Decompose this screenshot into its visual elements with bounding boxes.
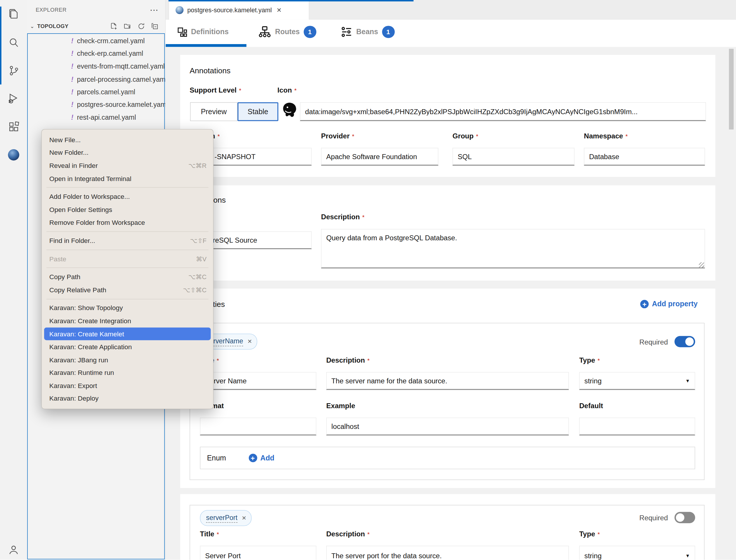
menu-paste[interactable]: Paste⌘V <box>42 252 213 265</box>
serverport-chip[interactable]: serverPort ✕ <box>200 510 252 526</box>
stable-button[interactable]: Stable <box>237 102 278 121</box>
prop2-description-input[interactable] <box>326 546 569 560</box>
tab-title: postgres-source.kamelet.yaml <box>187 6 271 13</box>
menu-remove-folder-from-workspace[interactable]: Remove Folder from Workspace <box>42 216 213 229</box>
explorer-context-menu: New File... New Folder... Reveal in Find… <box>41 129 213 409</box>
prop1-default-label: Default <box>579 402 603 410</box>
beans-badge: 1 <box>382 26 394 38</box>
provider-input[interactable] <box>321 148 439 166</box>
collapse-all-icon[interactable] <box>151 22 159 30</box>
required-asterisk: * <box>362 213 364 220</box>
editor-tab-bar: postgres-source.kamelet.yaml ✕ <box>166 0 736 20</box>
karavan-icon[interactable] <box>7 148 20 161</box>
description-textarea[interactable]: Query data from a PostgreSQL Database. <box>321 229 705 268</box>
menu-separator <box>46 268 208 268</box>
annotations-heading: Annotations <box>189 66 230 75</box>
textarea-resize-grip[interactable] <box>699 262 704 267</box>
warning-marker: ! <box>69 101 76 108</box>
tab-beans[interactable]: Beans 1 <box>341 20 395 44</box>
prop2-title-input[interactable] <box>200 546 316 560</box>
preview-button[interactable]: Preview <box>190 102 237 121</box>
menu-separator <box>46 187 208 188</box>
extensions-icon[interactable] <box>7 120 20 133</box>
prop1-format-input[interactable] <box>200 418 316 435</box>
required-asterisk: * <box>239 87 241 94</box>
required-asterisk: * <box>598 531 600 538</box>
shortcut: ⌥⇧F <box>190 237 206 245</box>
prop1-type-label: Type* <box>579 356 600 365</box>
namespace-label: Namespace* <box>584 132 628 140</box>
property-card-servername: serverName ✕ Required Title* Description… <box>189 323 704 480</box>
menu-add-folder-to-workspace[interactable]: Add Folder to Workspace... <box>42 190 213 203</box>
menu-karavan-create-kamelet[interactable]: Karavan: Create Kamelet <box>44 327 211 340</box>
more-actions-icon[interactable]: ··· <box>150 6 159 14</box>
tab-definitions[interactable]: Definitions <box>177 20 228 44</box>
menu-copy-relative-path[interactable]: Copy Relative Path⌥⇧⌘C <box>42 284 213 296</box>
required-asterisk: * <box>598 357 600 364</box>
warning-marker: ! <box>69 37 76 44</box>
karavan-logo <box>8 149 19 161</box>
menu-find-in-folder[interactable]: Find in Folder...⌥⇧F <box>42 234 213 247</box>
menu-karavan-export[interactable]: Karavan: Export <box>42 379 213 392</box>
required-label: Required <box>639 514 668 521</box>
group-input[interactable] <box>453 148 575 166</box>
close-icon[interactable]: ✕ <box>276 6 282 13</box>
chevron-down-icon[interactable]: ⌄ <box>30 23 34 29</box>
new-file-icon[interactable] <box>110 22 117 30</box>
prop1-default-input[interactable] <box>579 418 695 435</box>
warning-marker: ! <box>69 50 76 57</box>
remove-chip-icon[interactable]: ✕ <box>247 338 252 345</box>
refresh-icon[interactable] <box>137 22 145 30</box>
menu-karavan-create-integration[interactable]: Karavan: Create Integration <box>42 314 213 327</box>
active-view-indicator <box>0 6 1 84</box>
required-asterisk: * <box>625 133 628 140</box>
tab-routes[interactable]: Routes 1 <box>258 20 316 44</box>
add-property-button[interactable]: + Add property <box>640 300 698 308</box>
prop1-type-select[interactable]: string ▼ <box>579 372 695 390</box>
editor-area: postgres-source.kamelet.yaml ✕ Definitio… <box>165 0 736 560</box>
support-level-label: Support Level* <box>189 86 241 94</box>
icon-data-uri-input[interactable] <box>300 102 706 121</box>
namespace-input[interactable] <box>584 148 705 166</box>
remove-chip-icon[interactable]: ✕ <box>241 515 246 521</box>
account-icon[interactable] <box>7 543 20 556</box>
explorer-icon[interactable] <box>7 8 20 21</box>
tab-routes-label: Routes <box>275 28 300 36</box>
definitions-icon <box>177 27 187 37</box>
menu-new-folder[interactable]: New Folder... <box>42 146 213 159</box>
property-card-serverport: serverPort ✕ Required Title* Description… <box>189 505 704 560</box>
enum-add-button[interactable]: + Add <box>248 454 274 462</box>
designer-tab-strip: Definitions Routes 1 Beans 1 <box>166 20 736 47</box>
explorer-title: EXPLORER <box>36 7 67 13</box>
required-toggle-row: Required <box>639 336 695 347</box>
search-icon[interactable] <box>7 36 20 49</box>
prop1-description-input[interactable] <box>326 372 569 390</box>
menu-new-file[interactable]: New File... <box>42 133 213 146</box>
menu-karavan-runtime-run[interactable]: Karavan: Runtime run <box>42 366 213 379</box>
prop1-type-value: string <box>584 377 602 385</box>
source-control-icon[interactable] <box>7 64 20 77</box>
required-toggle-on[interactable] <box>674 336 695 347</box>
menu-karavan-deploy[interactable]: Karavan: Deploy <box>42 392 213 405</box>
prop1-example-label: Example <box>326 402 355 410</box>
topology-section-header[interactable]: ⌄ TOPOLOGY <box>29 21 162 32</box>
menu-open-in-terminal[interactable]: Open in Integrated Terminal <box>42 172 213 185</box>
menu-karavan-create-application[interactable]: Karavan: Create Application <box>42 340 213 353</box>
new-folder-icon[interactable] <box>123 22 131 30</box>
menu-karavan-jbang-run[interactable]: Karavan: JBang run <box>42 353 213 366</box>
tab-postgres-source[interactable]: postgres-source.kamelet.yaml ✕ <box>168 0 309 20</box>
plus-circle-icon: + <box>640 300 649 308</box>
menu-reveal-in-finder[interactable]: Reveal in Finder⌥⌘R <box>42 159 213 172</box>
menu-karavan-show-topology[interactable]: Karavan: Show Topology <box>42 302 213 314</box>
menu-copy-path[interactable]: Copy Path⌥⌘C <box>42 270 213 283</box>
prop1-title-input[interactable] <box>200 372 316 390</box>
run-debug-icon[interactable] <box>7 92 20 105</box>
kamelet-file-icon <box>175 6 183 14</box>
prop1-example-input[interactable] <box>326 418 569 435</box>
menu-open-folder-settings[interactable]: Open Folder Settings <box>42 203 213 216</box>
prop2-type-select[interactable]: string ▼ <box>579 546 695 560</box>
vscode-karavan-window: EXPLORER ··· ⌄ TOPOLOGY !check-crm.camel… <box>0 0 736 560</box>
scrollbar-thumb[interactable] <box>729 49 734 129</box>
required-toggle-off[interactable] <box>674 512 695 523</box>
definitions-card: Definitions Title* Description* Query da… <box>180 185 715 281</box>
